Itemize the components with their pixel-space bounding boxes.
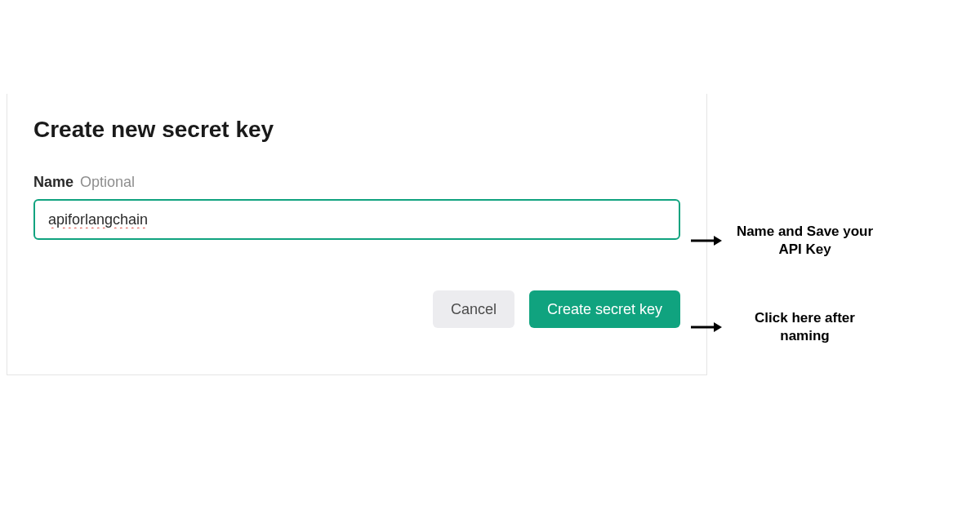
svg-marker-1 <box>714 236 722 246</box>
create-secret-key-dialog: Create new secret key Name Optional Canc… <box>7 94 707 375</box>
annotation-click-here: Click here after naming <box>691 309 876 345</box>
arrow-right-icon <box>691 234 722 247</box>
dialog-button-row: Cancel Create secret key <box>33 290 680 328</box>
name-label: Name <box>33 174 74 191</box>
annotation-text-2: Click here after naming <box>733 309 876 345</box>
optional-label: Optional <box>80 174 135 191</box>
arrow-right-icon <box>691 321 722 334</box>
name-field-label-row: Name Optional <box>33 174 680 191</box>
name-input[interactable] <box>33 199 680 240</box>
annotation-text-1: Name and Save your API Key <box>733 223 876 259</box>
dialog-title: Create new secret key <box>33 117 680 143</box>
cancel-button[interactable]: Cancel <box>433 290 514 328</box>
svg-marker-3 <box>714 322 722 332</box>
create-secret-key-button[interactable]: Create secret key <box>529 290 680 328</box>
annotation-name-save: Name and Save your API Key <box>691 223 876 259</box>
